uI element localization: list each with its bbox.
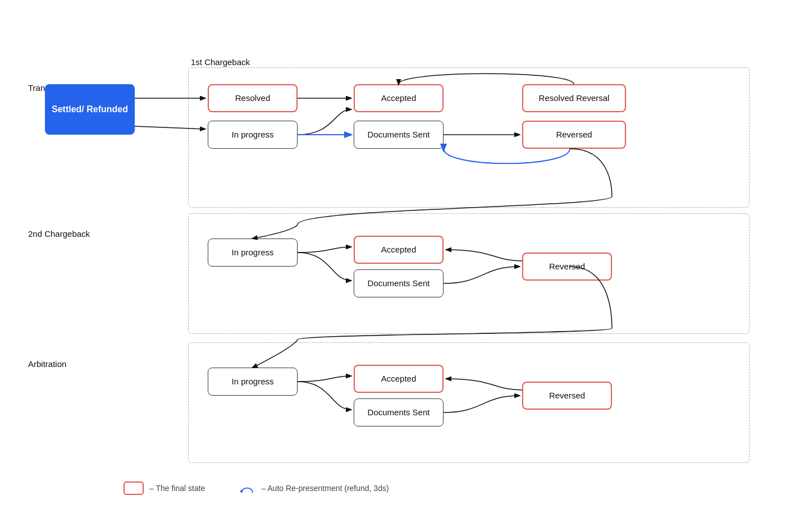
arbitration-label: Arbitration	[28, 359, 66, 369]
in-progress-2-node: In progress	[208, 239, 298, 267]
legend-auto-representment-label: – Auto Re-presentment (refund, 3ds)	[261, 484, 389, 493]
arbitration-box	[188, 342, 750, 463]
resolved-reversal-node: Resolved Reversal	[522, 84, 626, 112]
legend-blue-arc-icon	[239, 481, 255, 495]
legend-final-state: – The final state	[124, 481, 205, 495]
resolved-node: Resolved	[208, 84, 298, 112]
accepted-2-node: Accepted	[354, 236, 444, 264]
accepted-1-node: Accepted	[354, 84, 444, 112]
in-progress-1-node: In progress	[208, 121, 298, 149]
second-chargeback-box	[188, 213, 750, 334]
reversed-3-node: Reversed	[522, 382, 612, 410]
reversed-2-node: Reversed	[522, 253, 612, 281]
documents-sent-1-node: Documents Sent	[354, 121, 444, 149]
in-progress-3-node: In progress	[208, 368, 298, 396]
legend-final-state-label: – The final state	[149, 484, 205, 493]
first-chargeback-label: 1st Chargeback	[191, 57, 250, 67]
legend-auto-representment: – Auto Re-presentment (refund, 3ds)	[239, 481, 389, 495]
documents-sent-3-node: Documents Sent	[354, 398, 444, 426]
reversed-1-node: Reversed	[522, 121, 626, 149]
settled-refunded-node: Settled/ Refunded	[45, 84, 135, 135]
legend-red-box-icon	[124, 481, 144, 495]
documents-sent-2-node: Documents Sent	[354, 269, 444, 297]
svg-marker-0	[240, 490, 244, 493]
accepted-3-node: Accepted	[354, 365, 444, 393]
second-chargeback-label: 2nd Chargeback	[28, 229, 90, 239]
